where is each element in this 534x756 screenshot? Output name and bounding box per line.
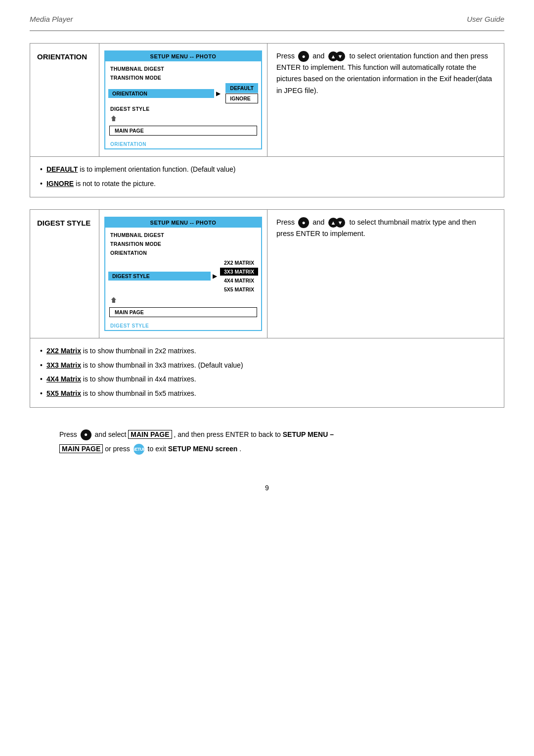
digest-desc-and: and [312, 218, 326, 226]
menu-arrow-digest: ▶ [213, 273, 217, 280]
menu-arrow-orientation: ▶ [216, 90, 221, 97]
svg-text:▼: ▼ [338, 53, 343, 59]
digest-opt-4x4: 4X4 MATRIX [220, 277, 258, 284]
orientation-desc-prefix: Press [276, 52, 295, 60]
digest-opt-3x3: 3X3 MATRIX [220, 268, 258, 276]
digest-bullet-2-bold: 3X3 Matrix [46, 361, 81, 369]
digest-bullet-4: • 5X5 Matrix is to show thumbnail in 5x5… [40, 387, 494, 400]
bottom-line-1: Press ● and select MAIN PAGE , and then … [59, 428, 475, 441]
digest-bullet-1-bold: 2X2 Matrix [46, 347, 81, 355]
digest-section: DIGEST STYLE SETUP MENU -- PHOTO THUMBNA… [30, 209, 504, 407]
setup-icon: SETUP [134, 444, 144, 455]
bottom-line-2: MAIN PAGE or press SETUP to exit SETUP M… [59, 443, 475, 455]
menu-item-thumbnail-digest: THUMBNAIL DIGEST [105, 64, 261, 73]
orientation-desc-body: to select orientation function and then … [276, 52, 492, 94]
digest-bullet-3-bold: 4X4 Matrix [46, 375, 81, 383]
menu-item-digest-style: DIGEST STYLE [105, 104, 261, 113]
page-number: 9 [30, 484, 504, 492]
orientation-label: ORIENTATION [30, 44, 99, 156]
digest-bullet-3-text: is to show thumbnail in 4x4 matrixes. [81, 375, 196, 383]
orientation-menu-box: SETUP MENU -- PHOTO THUMBNAIL DIGEST TRA… [104, 50, 262, 149]
digest-menu-box: SETUP MENU -- PHOTO THUMBNAIL DIGEST TRA… [104, 217, 262, 331]
orientation-bullet-2-text: is not to rotate the picture. [74, 180, 156, 188]
orientation-bullets: • DEFAULT is to implement orientation fu… [30, 156, 504, 197]
digest-menu-up-arrow: 🡅 [105, 295, 261, 306]
nav-circle-icon-1: ● [298, 51, 309, 62]
menu-item-digest-highlighted: DIGEST STYLE [108, 272, 211, 281]
orientation-option-ignore: IGNORE [225, 94, 258, 103]
nav-circle-icon-3: ● [81, 429, 91, 440]
digest-menu-item-thumbnail-digest: THUMBNAIL DIGEST [105, 231, 261, 239]
digest-label: DIGEST STYLE [30, 210, 99, 338]
orientation-menu-col: SETUP MENU -- PHOTO THUMBNAIL DIGEST TRA… [99, 44, 267, 156]
svg-text:▲: ▲ [331, 220, 336, 226]
bottom-then-back: , and then press ENTER to back to [174, 430, 281, 438]
digest-menu-main-page-row: MAIN PAGE [109, 307, 257, 317]
menu-main-page: MAIN PAGE [109, 126, 257, 136]
header-left: Media Player [30, 15, 73, 23]
svg-text:▲: ▲ [331, 53, 336, 59]
bottom-to-exit: to exit [148, 445, 168, 453]
orientation-section: ORIENTATION SETUP MENU -- PHOTO THUMBNAI… [30, 43, 504, 197]
digest-menu-item-orientation: ORIENTATION [105, 248, 261, 257]
menu-item-orientation-highlighted: ORIENTATION [108, 89, 214, 98]
orientation-bullet-1-text: is to implement orientation function. (D… [78, 165, 235, 173]
bottom-and-select: and select [95, 430, 129, 438]
digest-bullet-3: • 4X4 Matrix is to show thumbnail in 4x4… [40, 373, 494, 386]
bottom-setup-bold: SETUP MENU – [283, 430, 334, 438]
digest-desc-prefix: Press [276, 218, 295, 226]
digest-desc: Press ● and ▲ ▼ to select thumbnail matr… [267, 210, 504, 338]
orientation-desc-and: and [312, 52, 326, 60]
digest-bullet-4-text: is to show thumbnail in 5x5 matrixes. [81, 389, 196, 397]
menu-main-page-row: MAIN PAGE [109, 126, 257, 136]
orientation-bullet-2: • IGNORE is not to rotate the picture. [40, 177, 494, 190]
double-circle-icon-2: ▲ ▼ [328, 217, 346, 228]
menu-item-transition-mode: TRANSITION MODE [105, 73, 261, 82]
bottom-main-page-boxed: MAIN PAGE [128, 430, 172, 439]
orientation-menu-title: SETUP MENU -- PHOTO [105, 51, 261, 61]
bottom-or-press: or press [105, 445, 132, 453]
bottom-main-page-boxed-2: MAIN PAGE [59, 444, 103, 453]
bottom-press-label: Press [59, 430, 77, 438]
digest-bullet-1: • 2X2 Matrix is to show thumbnail in 2x2… [40, 344, 494, 358]
orientation-bullet-1-bold: DEFAULT [46, 165, 78, 173]
digest-menu-title: SETUP MENU -- PHOTO [105, 218, 261, 228]
digest-menu-main-page: MAIN PAGE [109, 307, 257, 317]
orientation-menu-items: THUMBNAIL DIGEST TRANSITION MODE ORIENTA… [105, 61, 261, 140]
header-divider [30, 30, 504, 31]
digest-opt-5x5: 5X5 MATRIX [220, 285, 258, 293]
nav-circle-icon-2: ● [298, 217, 309, 228]
digest-opt-2x2: 2X2 MATRIX [220, 259, 258, 267]
digest-bullet-1-text: is to show thumbnail in 2x2 matrixes. [81, 347, 196, 355]
orientation-footer-label: ORIENTATION [105, 140, 261, 148]
orientation-option-default: DEFAULT [225, 83, 258, 93]
orientation-bullet-1: • DEFAULT is to implement orientation fu… [40, 163, 494, 176]
digest-menu-item-transition-mode: TRANSITION MODE [105, 239, 261, 248]
digest-bullets: • 2X2 Matrix is to show thumbnail in 2x2… [30, 338, 504, 407]
bottom-instructions: Press ● and select MAIN PAGE , and then … [30, 420, 504, 464]
digest-menu-items: THUMBNAIL DIGEST TRANSITION MODE ORIENTA… [105, 228, 261, 322]
menu-item-orientation-row: ORIENTATION ▶ DEFAULT IGNORE [105, 82, 261, 104]
digest-bullet-2-text: is to show thumbnail in 3x3 matrixes. (D… [81, 361, 243, 369]
menu-up-arrow: 🡅 [105, 113, 261, 124]
digest-menu-col: SETUP MENU -- PHOTO THUMBNAIL DIGEST TRA… [99, 210, 267, 338]
digest-footer-label: DIGEST STYLE [105, 322, 261, 330]
digest-options: 2X2 MATRIX 3X3 MATRIX 4X4 MATRIX 5X5 MAT… [220, 258, 258, 294]
digest-bullet-2: • 3X3 Matrix is to show thumbnail in 3x3… [40, 359, 494, 372]
menu-item-digest-row: DIGEST STYLE ▶ 2X2 MATRIX 3X3 MATRIX 4X4… [105, 257, 261, 295]
digest-bullet-4-bold: 5X5 Matrix [46, 389, 81, 397]
orientation-desc: Press ● and ▲ ▼ to select orientation fu… [267, 44, 504, 156]
bottom-setup-menu-screen: SETUP MENU screen [168, 445, 238, 453]
double-circle-icon-1: ▲ ▼ [328, 51, 346, 62]
header-right: User Guide [467, 15, 504, 23]
orientation-bullet-2-bold: IGNORE [46, 180, 74, 188]
svg-text:▼: ▼ [338, 220, 343, 226]
bottom-period: . [239, 445, 241, 453]
